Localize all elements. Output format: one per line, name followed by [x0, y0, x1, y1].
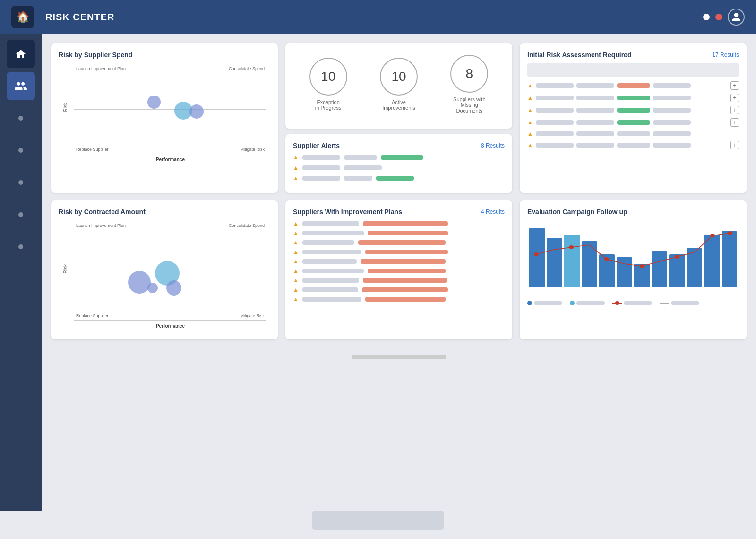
risk-col1-3: [536, 108, 574, 113]
risk-icon-4: ▲: [527, 119, 533, 126]
sidebar-item-4[interactable]: [7, 200, 35, 229]
sidebar-item-5[interactable]: [7, 233, 35, 261]
exception-label: Exceptionin Progress: [315, 99, 342, 111]
risk-icon-2: ▲: [527, 95, 533, 101]
risk-col3-5: [617, 131, 650, 136]
improvement-plans-title: Suppliers With Improvement Plans: [293, 208, 402, 216]
risk-col2-5: [576, 131, 614, 136]
scatter-bubble-3: [189, 104, 204, 119]
scatter-bottom-left-2: Replace Supplier: [76, 313, 109, 318]
chart-legend: [527, 301, 739, 305]
risk-col3-2: [617, 96, 650, 100]
plus-btn-2[interactable]: +: [730, 94, 739, 102]
improve-bar1-6: [302, 269, 364, 273]
risk-contracted-title: Risk by Contracted Amount: [59, 208, 270, 216]
risk-by-supplier-spend-card: Risk by Supplier Spend Risk Performance …: [51, 43, 278, 193]
improve-icon-9: ▲: [293, 296, 299, 303]
dashboard-row-1: Risk by Supplier Spend Risk Performance …: [51, 43, 747, 193]
plus-btn-1[interactable]: +: [730, 81, 739, 90]
sidebar-item-home[interactable]: [7, 40, 35, 68]
scatter-top-right-2: Consolidate Spend: [229, 223, 265, 228]
scatter-bottom-left-1: Replace Supplier: [76, 147, 109, 152]
user-avatar[interactable]: [728, 9, 745, 26]
risk-col2-4: [576, 120, 614, 125]
initial-risk-title: Initial Risk Assessment Required: [527, 51, 631, 59]
scatter-v-divider-1: [171, 64, 171, 154]
risk-col1-2: [536, 96, 574, 100]
risk-col1-6: [536, 143, 574, 148]
risk-row-5: ▲: [527, 130, 739, 137]
status-dot-white: [703, 14, 710, 20]
improve-icon-7: ▲: [293, 277, 299, 284]
supplier-alerts-results[interactable]: 8 Results: [481, 142, 505, 149]
scatter-chart-1: Risk Performance Launch Improvement Plan…: [74, 64, 266, 154]
risk-col4-4: [653, 120, 691, 125]
chart-bar-11: [704, 235, 720, 287]
exception-circle: 10: [309, 58, 347, 96]
improve-bar2-9: [365, 297, 446, 302]
sidebar-item-2[interactable]: [7, 136, 35, 165]
app-logo[interactable]: 🏠: [11, 6, 34, 28]
supplier-alerts-title: Supplier Alerts: [293, 142, 340, 149]
scatter-bubble-1: [147, 96, 161, 109]
bar-chart-container: [527, 221, 739, 297]
improve-bar2-1: [363, 221, 448, 226]
scatter-y-label-1: Risk: [63, 103, 68, 112]
improve-row-8: ▲: [293, 287, 505, 293]
bottom-bar: [51, 347, 747, 367]
improve-bar1-9: [302, 297, 361, 302]
missing-value: 8: [466, 66, 473, 81]
chart-bar-2: [547, 238, 562, 287]
legend-label-1: [534, 301, 562, 305]
improve-bar1-5: [302, 259, 357, 264]
improve-icon-5: ▲: [293, 258, 299, 265]
missing-label: Suppliers withMissingDocuments: [453, 96, 485, 113]
scatter-x-label-2: Performance: [156, 323, 185, 329]
legend-label-2: [576, 301, 605, 305]
chart-bar-1: [529, 228, 545, 287]
scatter-bubble-2d: [166, 280, 181, 296]
legend-dot-1: [527, 301, 532, 305]
improve-bar1-1: [302, 221, 359, 226]
risk-row-3: ▲ +: [527, 106, 739, 114]
improve-bar1-2: [302, 231, 364, 235]
sidebar-item-3[interactable]: [7, 168, 35, 197]
chart-bar-3: [564, 235, 580, 287]
improve-row-7: ▲: [293, 277, 505, 284]
plus-btn-6[interactable]: +: [730, 141, 739, 149]
plus-btn-3[interactable]: +: [730, 106, 739, 114]
improve-bar2-3: [358, 240, 446, 245]
alert-icon-3: ▲: [293, 175, 299, 182]
search-bar[interactable]: [527, 63, 739, 77]
improve-icon-2: ▲: [293, 230, 299, 236]
scatter-top-left-2: Launch Improvement Plan: [76, 223, 126, 228]
legend-item-1: [527, 301, 562, 305]
alert-bar-2a: [302, 165, 340, 170]
stat-active: 10 ActiveImprovements: [380, 58, 418, 111]
scatter-top-right-1: Consolidate Spend: [229, 66, 265, 71]
bottom-placeholder: [352, 355, 446, 359]
chart-bar-6: [617, 257, 632, 287]
improve-icon-8: ▲: [293, 287, 299, 293]
legend-line-3: [612, 303, 622, 304]
improve-bar2-5: [361, 259, 446, 264]
improve-icon-3: ▲: [293, 239, 299, 246]
improve-row-9: ▲: [293, 296, 505, 303]
risk-icon-1: ▲: [527, 82, 533, 89]
alert-row-2: ▲: [293, 165, 505, 171]
legend-item-2: [570, 301, 605, 305]
improvement-plans-results[interactable]: 4 Results: [481, 209, 505, 215]
improve-bar2-8: [362, 287, 448, 292]
plus-btn-4[interactable]: +: [730, 118, 739, 127]
exception-value: 10: [321, 69, 335, 84]
improve-icon-1: ▲: [293, 220, 299, 227]
initial-risk-card: Initial Risk Assessment Required 17 Resu…: [520, 43, 747, 193]
risk-col3-6: [617, 143, 650, 148]
sidebar-item-1[interactable]: [7, 104, 35, 132]
risk-col3-3: [617, 108, 650, 113]
sidebar-item-people[interactable]: [7, 72, 35, 100]
initial-risk-results[interactable]: 17 Results: [712, 52, 739, 58]
chart-bar-9: [669, 254, 685, 287]
legend-label-4: [671, 301, 699, 305]
improve-row-3: ▲: [293, 239, 505, 246]
